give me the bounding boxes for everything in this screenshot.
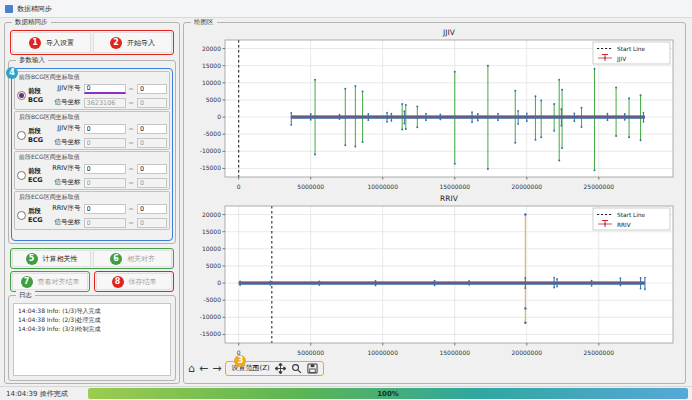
- radio-icon: [17, 91, 26, 100]
- svg-text:15000000: 15000000: [439, 349, 470, 356]
- param-section-title: 前段ECG区间坐标取值: [15, 152, 169, 162]
- zoom-icon[interactable]: [291, 363, 302, 374]
- plot-group-title: 绘图区: [191, 18, 217, 27]
- save-result-button[interactable]: 8 保存结果: [96, 273, 172, 290]
- tilde-separator: ~: [129, 85, 134, 93]
- start-import-label: 开始导入: [127, 38, 155, 48]
- params-group-title: 参数输入: [16, 56, 48, 65]
- svg-text:20000: 20000: [202, 45, 221, 52]
- window-title: 数据精同步: [17, 4, 52, 14]
- set-range-annotation-frame: 3 设置范围(Z): [225, 361, 323, 376]
- actions-row1-frame: 5 计算相关性 6 相关对齐: [10, 248, 174, 269]
- correlation-align-label: 相关对齐: [127, 254, 155, 264]
- rriv-index-label: RRIV序号: [46, 164, 81, 173]
- compute-correlation-label: 计算相关性: [43, 254, 78, 264]
- signal-coord-from-input[interactable]: [84, 218, 126, 228]
- jjiv-chart: -15000-10000-500005000100001500020000050…: [189, 27, 681, 193]
- forward-icon[interactable]: →: [212, 363, 221, 374]
- compute-correlation-button[interactable]: 5 计算相关性: [12, 250, 91, 267]
- chart-toolbar: ⌂ ← → 3 设置范围(Z): [188, 359, 324, 377]
- radio-icon: [17, 171, 26, 180]
- svg-text:5000: 5000: [206, 262, 221, 269]
- radio-front-ecg[interactable]: 前段ECG: [17, 167, 46, 184]
- svg-text:5000: 5000: [206, 96, 221, 103]
- svg-text:RRIV: RRIV: [617, 222, 631, 228]
- signal-coord-from-input[interactable]: [84, 178, 126, 188]
- svg-text:0: 0: [217, 113, 221, 120]
- app-icon: [5, 5, 13, 13]
- svg-text:0: 0: [237, 183, 241, 190]
- svg-text:15000000: 15000000: [439, 183, 470, 190]
- annotation-badge-4: 4: [6, 67, 18, 79]
- signal-coord-label: 信号坐标: [46, 178, 81, 187]
- svg-text:-5000: -5000: [204, 130, 222, 137]
- tilde-separator: ~: [129, 179, 134, 187]
- log-groupbox: 日志 14:04:38 Info: (1/3)导入完成 14:04:38 Inf…: [8, 295, 176, 381]
- signal-coord-from-input[interactable]: [84, 138, 126, 148]
- annotation-badge-1: 1: [29, 37, 41, 49]
- params-groupbox: 参数输入 前段BCG区间坐标取值 前段BCG JJIV序号 ~: [8, 60, 176, 244]
- svg-text:-10000: -10000: [200, 313, 221, 320]
- radio-front-bcg[interactable]: 前段BCG: [17, 87, 46, 104]
- annotation-badge-3: 3: [234, 355, 246, 367]
- annotation-badge-2: 2: [110, 37, 122, 49]
- import-settings-button[interactable]: 1 导入设置: [12, 32, 91, 53]
- log-list: 14:04:38 Info: (1/3)导入完成 14:04:38 Info: …: [13, 303, 171, 376]
- annotation-badge-5: 5: [26, 253, 38, 265]
- svg-text:JJIV: JJIV: [616, 56, 626, 63]
- jjiv-index-to-input[interactable]: [137, 84, 167, 94]
- signal-coord-to-input[interactable]: [137, 218, 167, 228]
- radio-rear-ecg[interactable]: 后段ECG: [17, 207, 46, 224]
- rriv-index-from-input[interactable]: [84, 204, 126, 214]
- signal-coord-from-input[interactable]: [84, 98, 126, 108]
- rriv-index-from-input[interactable]: [84, 164, 126, 174]
- svg-text:20000000: 20000000: [512, 349, 543, 356]
- import-settings-label: 导入设置: [46, 38, 74, 48]
- radio-icon: [17, 131, 26, 140]
- pan-icon[interactable]: [275, 363, 286, 374]
- save-result-label: 保存结果: [129, 277, 157, 287]
- log-line: 14:04:39 Info: (3/3)绘制完成: [18, 324, 166, 333]
- tilde-separator: ~: [129, 99, 134, 107]
- annotation-badge-6: 6: [110, 253, 122, 265]
- signal-coord-label: 信号坐标: [46, 138, 81, 147]
- param-section-front-bcg: 前段BCG区间坐标取值 前段BCG JJIV序号 ~: [14, 71, 170, 110]
- signal-coord-to-input[interactable]: [137, 138, 167, 148]
- svg-text:Start Line: Start Line: [617, 46, 646, 52]
- tilde-separator: ~: [129, 205, 134, 213]
- rriv-index-to-input[interactable]: [137, 204, 167, 214]
- signal-coord-to-input[interactable]: [137, 98, 167, 108]
- jjiv-index-from-input[interactable]: [84, 84, 126, 94]
- rriv-index-label: RRIV序号: [46, 204, 81, 213]
- jjiv-index-to-input[interactable]: [137, 124, 167, 134]
- sync-groupbox: 数据精同步 1 导入设置 2 开始导入 参数输入 前段BCG区间坐标取值 前段B…: [4, 22, 180, 384]
- param-section-title: 后段ECG区间坐标取值: [15, 192, 169, 202]
- start-import-button[interactable]: 2 开始导入: [93, 32, 172, 53]
- svg-text:10000000: 10000000: [367, 183, 398, 190]
- param-section-rear-ecg: 后段ECG区间坐标取值 后段ECG RRIV序号 ~: [14, 191, 170, 230]
- import-buttons-frame: 1 导入设置 2 开始导入: [10, 30, 174, 55]
- home-icon[interactable]: ⌂: [188, 363, 195, 374]
- jjiv-index-from-input[interactable]: [84, 124, 126, 134]
- correlation-align-button[interactable]: 6 相关对齐: [93, 250, 172, 267]
- svg-text:Start Line: Start Line: [617, 212, 646, 218]
- rriv-index-to-input[interactable]: [137, 164, 167, 174]
- tilde-separator: ~: [129, 125, 134, 133]
- svg-text:25000000: 25000000: [584, 349, 615, 356]
- svg-text:10000: 10000: [202, 79, 221, 86]
- signal-coord-to-input[interactable]: [137, 178, 167, 188]
- svg-text:-15000: -15000: [200, 330, 221, 337]
- svg-text:-10000: -10000: [200, 147, 221, 154]
- back-icon[interactable]: ←: [199, 363, 208, 374]
- radio-rear-bcg[interactable]: 后段BCG: [17, 127, 46, 144]
- tilde-separator: ~: [129, 219, 134, 227]
- param-section-title: 前段BCG区间坐标取值: [15, 72, 169, 82]
- view-align-result-button[interactable]: 7 查看对齐结果: [12, 273, 88, 290]
- rriv-chart: -15000-10000-500005000100001500020000050…: [189, 193, 681, 359]
- param-section-rear-bcg: 后段BCG区间坐标取值 后段BCG JJIV序号 ~: [14, 111, 170, 150]
- save-result-frame: 8 保存结果: [94, 271, 174, 292]
- svg-text:15000: 15000: [202, 62, 221, 69]
- svg-text:5000000: 5000000: [297, 349, 324, 356]
- sync-group-title: 数据精同步: [12, 18, 51, 27]
- save-icon[interactable]: [307, 363, 318, 374]
